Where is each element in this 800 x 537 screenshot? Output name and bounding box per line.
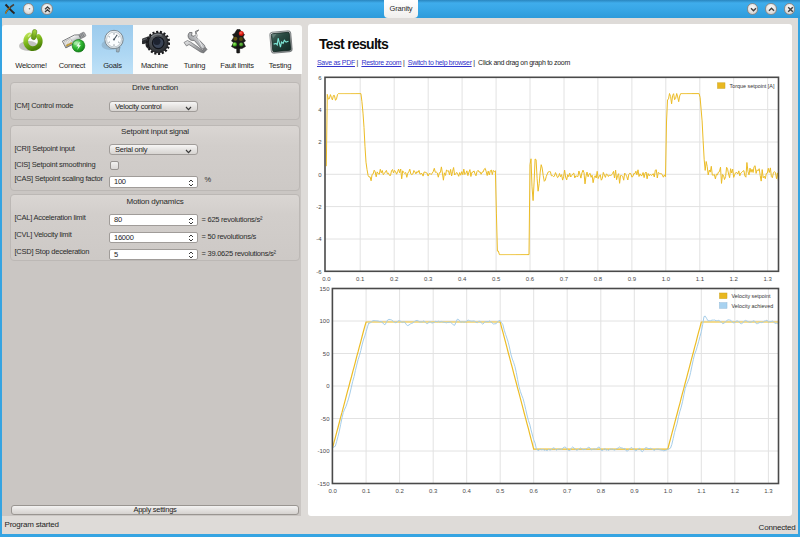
svg-text:Velocity achieved: Velocity achieved [732, 303, 774, 309]
svg-text:0.7: 0.7 [563, 488, 572, 494]
svg-text:0.8: 0.8 [594, 276, 603, 282]
svg-text:0.6: 0.6 [526, 276, 535, 282]
svg-text:-100: -100 [317, 448, 330, 454]
svg-text:-150: -150 [317, 481, 330, 487]
svg-text:0: 0 [318, 172, 322, 178]
svg-text:-4: -4 [316, 236, 322, 242]
svg-text:1.3: 1.3 [764, 488, 773, 494]
svg-text:1.1: 1.1 [696, 276, 705, 282]
svg-text:0.1: 0.1 [362, 488, 371, 494]
svg-text:0.6: 0.6 [530, 488, 539, 494]
svg-text:6: 6 [318, 75, 322, 81]
svg-text:100: 100 [319, 318, 330, 324]
svg-text:1.2: 1.2 [730, 276, 739, 282]
svg-text:0.9: 0.9 [628, 276, 637, 282]
svg-text:0: 0 [326, 383, 330, 389]
svg-text:1.3: 1.3 [764, 276, 773, 282]
svg-text:1.1: 1.1 [697, 488, 706, 494]
svg-text:0.8: 0.8 [597, 488, 606, 494]
svg-text:0.3: 0.3 [429, 488, 438, 494]
svg-text:Torque setpoint [A]: Torque setpoint [A] [730, 83, 775, 89]
svg-text:0.3: 0.3 [424, 276, 433, 282]
svg-text:-2: -2 [316, 204, 322, 210]
svg-text:-6: -6 [316, 269, 322, 275]
svg-text:1.0: 1.0 [662, 276, 671, 282]
svg-text:0.5: 0.5 [492, 276, 501, 282]
svg-text:0.2: 0.2 [390, 276, 399, 282]
svg-text:4: 4 [318, 107, 322, 113]
svg-text:50: 50 [323, 351, 330, 357]
svg-text:-50: -50 [321, 416, 330, 422]
svg-text:150: 150 [319, 286, 330, 292]
svg-text:0.4: 0.4 [463, 488, 472, 494]
svg-text:Velocity setpoint: Velocity setpoint [732, 293, 771, 299]
svg-text:0.7: 0.7 [560, 276, 569, 282]
svg-text:1.0: 1.0 [664, 488, 673, 494]
svg-text:0.5: 0.5 [496, 488, 505, 494]
svg-text:2: 2 [318, 139, 322, 145]
svg-text:0.0: 0.0 [322, 276, 331, 282]
svg-text:1.2: 1.2 [731, 488, 740, 494]
svg-text:0.9: 0.9 [630, 488, 639, 494]
svg-text:0.2: 0.2 [395, 488, 404, 494]
svg-text:0.4: 0.4 [458, 276, 467, 282]
svg-text:0.1: 0.1 [356, 276, 365, 282]
svg-text:0.0: 0.0 [328, 488, 337, 494]
